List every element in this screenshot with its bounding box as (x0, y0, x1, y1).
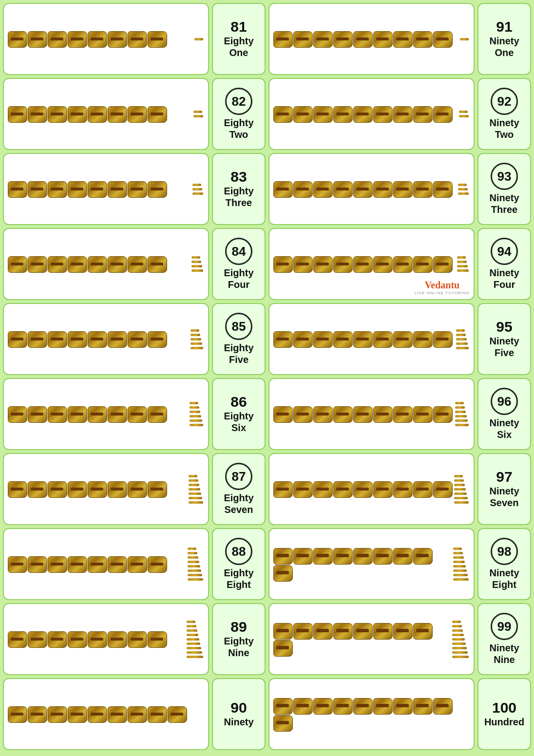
svg-rect-782 (334, 553, 351, 555)
svg-rect-1027 (274, 717, 291, 719)
svg-rect-4 (9, 41, 25, 43)
svg-rect-565 (294, 408, 311, 411)
svg-rect-721 (29, 558, 45, 561)
svg-rect-64 (314, 41, 331, 43)
svg-rect-855 (129, 639, 145, 641)
svg-rect-955 (129, 708, 145, 711)
svg-rect-203 (437, 112, 448, 116)
svg-rect-76 (354, 41, 371, 43)
svg-rect-563 (277, 412, 288, 416)
svg-rect-561 (274, 414, 291, 416)
svg-rect-872 (294, 628, 311, 630)
svg-rect-258 (294, 182, 311, 196)
svg-rect-747 (109, 564, 125, 566)
svg-rect-937 (69, 708, 85, 711)
svg-rect-640 (89, 491, 105, 493)
svg-rect-122 (69, 111, 85, 113)
svg-rect-533 (72, 412, 82, 416)
svg-rect-94 (414, 41, 431, 43)
svg-rect-672 (314, 482, 331, 496)
svg-rect-23 (72, 37, 82, 41)
svg-rect-160 (294, 116, 311, 118)
svg-rect-653 (132, 487, 142, 491)
svg-rect-73 (354, 33, 371, 36)
svg-rect-50 (274, 36, 291, 38)
svg-rect-74 (354, 36, 371, 38)
image-cell (268, 528, 475, 600)
svg-rect-173 (337, 112, 348, 116)
label-cell: 96NinetySix (477, 378, 531, 450)
svg-rect-881 (317, 629, 328, 633)
label-cell: 91NinetyOne (477, 3, 531, 75)
svg-rect-888 (354, 624, 371, 638)
svg-rect-767 (277, 554, 288, 558)
svg-rect-722 (29, 561, 45, 563)
svg-rect-493 (394, 333, 411, 336)
svg-rect-89 (397, 37, 408, 41)
svg-rect-57 (294, 38, 311, 40)
svg-rect-507 (434, 339, 451, 340)
svg-rect-997 (354, 700, 371, 702)
svg-rect-360 (294, 257, 311, 271)
svg-rect-1028 (274, 720, 291, 722)
svg-rect-737 (72, 562, 82, 566)
svg-rect-421 (49, 333, 65, 336)
label-cell: 99NinetyNine (477, 603, 531, 675)
svg-rect-189 (394, 113, 411, 115)
svg-rect-272 (334, 186, 351, 188)
svg-rect-469 (314, 333, 331, 336)
svg-rect-168 (334, 107, 351, 121)
svg-rect-274 (334, 191, 351, 193)
svg-rect-177 (354, 113, 371, 115)
svg-rect-482 (354, 336, 371, 338)
svg-rect-663 (274, 489, 291, 491)
svg-rect-1022 (434, 703, 451, 705)
svg-rect-48 (274, 32, 291, 46)
svg-rect-709 (434, 483, 451, 486)
svg-rect-594 (394, 407, 411, 421)
svg-rect-593 (377, 412, 388, 416)
svg-rect-799 (394, 550, 411, 552)
svg-rect-622 (29, 491, 45, 493)
svg-rect-935 (52, 712, 62, 716)
svg-rect-248 (149, 186, 165, 188)
svg-rect-481 (354, 333, 371, 336)
svg-rect-278 (354, 186, 371, 188)
svg-rect-386 (374, 261, 391, 263)
svg-rect-311 (12, 262, 22, 266)
svg-rect-19 (69, 33, 85, 36)
svg-rect-673 (314, 483, 331, 486)
svg-rect-522 (48, 407, 66, 421)
svg-rect-150 (274, 107, 291, 121)
svg-rect-558 (274, 407, 291, 421)
svg-rect-300 (434, 182, 451, 196)
svg-rect-148 (149, 116, 165, 118)
svg-rect-678 (334, 482, 351, 496)
image-cell (268, 678, 475, 750)
svg-rect-483 (354, 339, 371, 340)
svg-rect-559 (274, 408, 291, 411)
svg-rect-54 (294, 32, 311, 46)
svg-rect-840 (88, 632, 106, 646)
svg-rect-958 (129, 716, 145, 718)
svg-rect-83 (377, 37, 388, 41)
svg-rect-777 (314, 555, 331, 557)
svg-rect-551 (132, 412, 142, 416)
svg-rect-837 (69, 639, 85, 641)
svg-rect-184 (374, 116, 391, 118)
image-cell (268, 3, 475, 75)
svg-rect-992 (334, 703, 351, 705)
svg-rect-427 (69, 333, 85, 336)
svg-rect-720 (28, 557, 46, 571)
svg-rect-745 (109, 558, 125, 561)
svg-rect-489 (374, 339, 391, 340)
svg-rect-119 (52, 112, 62, 116)
svg-rect-432 (88, 332, 106, 346)
svg-rect-964 (149, 716, 165, 718)
svg-rect-128 (89, 111, 105, 113)
svg-rect-729 (49, 564, 65, 566)
svg-rect-944 (89, 711, 105, 713)
svg-rect-498 (414, 332, 431, 346)
image-cell (3, 528, 209, 600)
svg-rect-901 (394, 625, 411, 627)
